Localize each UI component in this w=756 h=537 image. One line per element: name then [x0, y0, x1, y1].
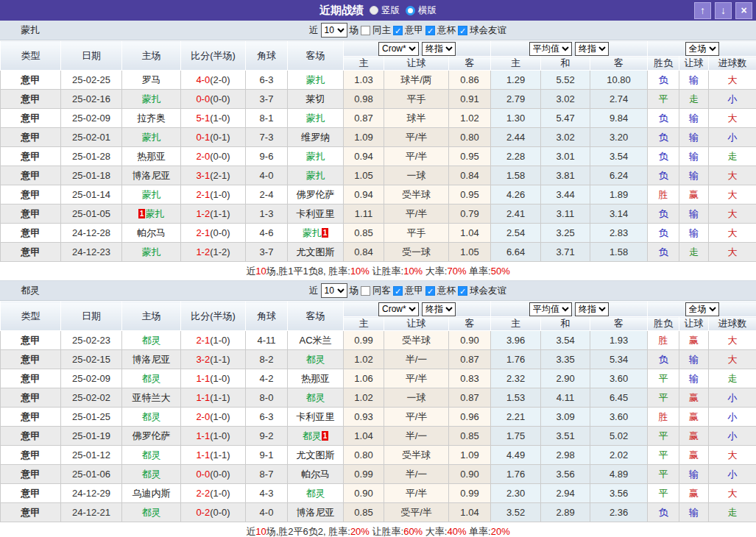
- team-name-text: 蒙扎: [306, 113, 325, 124]
- odds-handicap-cell: 受平/半: [384, 503, 449, 522]
- avg-away-cell: 1.93: [590, 331, 648, 350]
- odds-away-cell: 0.90: [449, 331, 491, 350]
- summary-segment: 近: [246, 526, 255, 537]
- avg-source-header: 平均值终指: [491, 302, 648, 317]
- away-team-cell: 蒙扎1: [288, 224, 344, 243]
- avg-home-cell: 1.53: [491, 388, 541, 408]
- result-goals-cell: 小: [709, 388, 756, 408]
- away-team-cell: 佛罗伦萨: [288, 185, 344, 205]
- result-outcome-cell: 平: [648, 446, 679, 465]
- result-handicap-cell: 赢: [679, 446, 709, 465]
- team-name-text: 帕尔马: [137, 227, 166, 238]
- avg-draw-cell: 2.89: [541, 503, 590, 522]
- team-name-text: 都灵: [306, 392, 325, 403]
- odds-company-select[interactable]: Crow*: [378, 302, 419, 316]
- summary-segment: 近: [246, 266, 255, 277]
- avg-home-cell: 2.28: [491, 147, 541, 166]
- result-goals-cell: 大: [709, 446, 756, 465]
- corner-cell: 4-0: [246, 503, 288, 522]
- sections-container: 蒙扎近10场同主✓意甲✓意杯✓球会友谊类型日期主场比分(半场)角球客场Crow*…: [0, 21, 756, 537]
- same-venue-checkbox[interactable]: [361, 286, 370, 296]
- date-cell: 24-12-29: [61, 484, 122, 503]
- score-cell: 2-1(1-0): [181, 331, 246, 350]
- corner-cell: 6-3: [246, 71, 288, 90]
- score-cell: 2-2(1-0): [181, 484, 246, 503]
- sub-column-header-8: 进球数: [709, 317, 756, 331]
- avg-mode-select[interactable]: 终指: [575, 42, 609, 56]
- column-header-1: 日期: [61, 41, 122, 71]
- league-checkbox-1[interactable]: ✓: [425, 26, 435, 35]
- league-cell: 意甲: [1, 166, 61, 185]
- layout-radio-vertical[interactable]: 竖版: [370, 4, 400, 17]
- close-button[interactable]: ×: [735, 2, 752, 19]
- avg-company-select[interactable]: 平均值: [529, 302, 572, 316]
- promotion-badge: 1: [322, 431, 329, 441]
- odds-company-select[interactable]: Crow*: [378, 42, 419, 56]
- team-name-text: 蒙扎: [142, 189, 161, 200]
- sub-column-header-6: 胜负: [648, 57, 679, 71]
- sub-column-header-2: 客: [449, 317, 491, 331]
- summary-segment: 70%: [447, 266, 466, 277]
- away-team-cell: 莱切: [288, 90, 344, 109]
- score-cell: 1-2(1-2): [181, 243, 246, 262]
- sub-column-header-4: 和: [541, 57, 590, 71]
- avg-draw-cell: 2.94: [541, 484, 590, 503]
- avg-mode-select[interactable]: 终指: [575, 302, 609, 316]
- match-count-select[interactable]: 10: [321, 23, 347, 38]
- away-team-cell: 都灵: [288, 388, 344, 408]
- league-cell: 意甲: [1, 484, 61, 503]
- odds-handicap-cell: 半/一: [384, 427, 449, 446]
- home-team-cell: 1蒙扎: [122, 205, 181, 224]
- league-checkbox-0[interactable]: ✓: [393, 26, 403, 35]
- same-venue-checkbox[interactable]: [361, 26, 370, 35]
- odds-away-cell: 0.83: [449, 369, 491, 388]
- radio-unselected-icon[interactable]: [406, 6, 415, 15]
- match-count-select[interactable]: 10: [321, 283, 347, 298]
- team-name-text: 1蒙扎: [138, 208, 165, 219]
- league-checkbox-1[interactable]: ✓: [425, 286, 435, 296]
- result-goals-cell: 大: [709, 350, 756, 369]
- summary-segment: 场,胜2平6负2, 胜率:: [266, 526, 350, 537]
- move-up-button[interactable]: ↑: [694, 2, 711, 19]
- avg-away-cell: 9.84: [590, 109, 648, 128]
- sub-column-header-4: 和: [541, 317, 590, 331]
- avg-draw-cell: 4.11: [541, 388, 590, 408]
- summary-row: 近10场,胜2平6负2, 胜率:20% 让胜率:60% 大率:40% 单率:20…: [0, 522, 756, 537]
- avg-away-cell: 2.02: [590, 446, 648, 465]
- odds-away-cell: 0.87: [449, 350, 491, 369]
- team-name-text: 乌迪内斯: [133, 488, 171, 499]
- sub-column-header-0: 主: [344, 57, 384, 71]
- radio-selected-icon[interactable]: [370, 6, 378, 15]
- league-checkbox-0[interactable]: ✓: [393, 286, 403, 296]
- odds-mode-select[interactable]: 终指: [422, 302, 456, 316]
- avg-company-select[interactable]: 平均值: [529, 42, 572, 56]
- move-down-button[interactable]: ↓: [715, 2, 732, 19]
- league-checkbox-2[interactable]: ✓: [458, 26, 467, 35]
- odds-home-cell: 0.85: [344, 503, 384, 522]
- result-handicap-cell: 赢: [679, 331, 709, 350]
- league-cell: 意甲: [1, 109, 61, 128]
- team-name-text: 佛罗伦萨: [297, 189, 335, 200]
- table-row: 意甲24-12-28帕尔马2-1(0-0)4-6蒙扎10.85平手1.042.5…: [1, 224, 756, 243]
- odds-mode-select[interactable]: 终指: [422, 42, 456, 56]
- league-cell: 意甲: [1, 185, 61, 205]
- home-team-cell: 都灵: [122, 331, 181, 350]
- column-header-2: 主场: [122, 302, 181, 331]
- odds-handicap-cell: 受半球: [384, 446, 449, 465]
- result-outcome-cell: 平: [648, 484, 679, 503]
- scope-select[interactable]: 全场: [685, 302, 719, 316]
- odds-handicap-cell: 受半球: [384, 185, 449, 205]
- scope-header: 全场: [648, 41, 756, 57]
- table-row: 意甲24-12-29乌迪内斯2-2(1-0)4-3都灵0.90平/半0.992.…: [1, 484, 756, 503]
- results-table: 类型日期主场比分(半场)角球客场Crow*终指平均值终指全场主让球客主和客胜负让…: [0, 301, 756, 522]
- avg-away-cell: 3.14: [590, 205, 648, 224]
- league-checkbox-2[interactable]: ✓: [458, 286, 467, 296]
- layout-radio-horizontal[interactable]: 横版: [406, 4, 437, 17]
- scope-select[interactable]: 全场: [685, 42, 719, 56]
- result-goals-cell: 走: [709, 503, 756, 522]
- corner-cell: 4-6: [246, 224, 288, 243]
- corner-cell: 2-4: [246, 185, 288, 205]
- odds-home-cell: 0.93: [344, 408, 384, 427]
- team-name-text: 帕尔马: [301, 469, 330, 480]
- date-cell: 25-01-28: [61, 147, 122, 166]
